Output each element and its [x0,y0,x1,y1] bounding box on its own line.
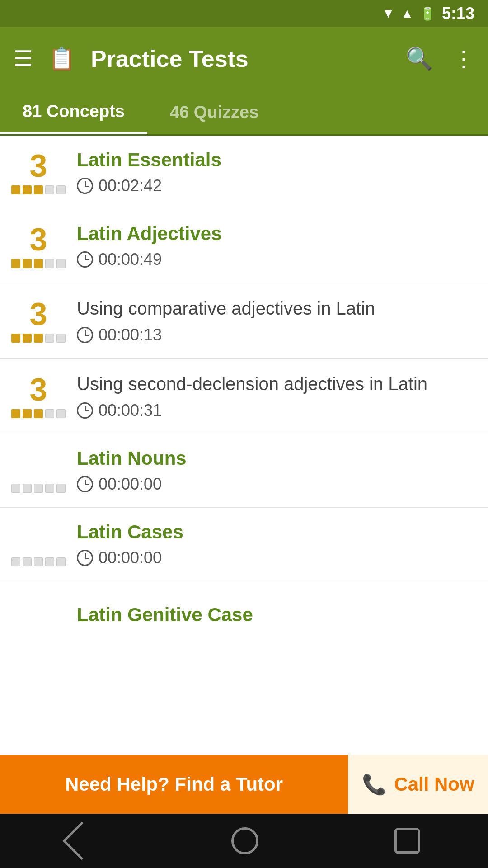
score-bars [11,484,66,493]
time-value: 00:00:00 [99,475,162,494]
bar [45,259,54,268]
bar [56,259,66,268]
bar [45,484,54,493]
score-block: 0 [9,448,68,493]
time-value: 00:00:00 [99,548,162,567]
bar [34,484,43,493]
clock-icon [77,178,93,194]
score-bars [11,259,66,268]
score-number: 3 [30,150,47,182]
tab-quizzes-label: 46 Quizzes [170,103,258,122]
bar [56,409,66,418]
item-title: Latin Genitive Case [77,604,479,626]
score-block: 3 [9,150,68,194]
clock-icon [77,327,93,343]
score-block: 0 [9,522,68,566]
doc-icon: 📋 [48,46,75,71]
tab-quizzes[interactable]: 46 Quizzes [147,90,281,134]
bar [34,334,43,343]
item-details: Latin Cases 00:00:00 [68,521,479,567]
score-block: 3 [9,374,68,418]
item-time: 00:00:00 [77,475,479,494]
item-details: Using second-declension adjectives in La… [68,372,479,420]
home-button[interactable] [231,827,258,854]
bar [11,484,20,493]
score-bars [11,334,66,343]
time-value: 00:00:13 [99,326,162,344]
more-button[interactable]: ⋮ [453,46,474,71]
score-block: 3 [9,298,68,343]
time-value: 00:00:49 [99,250,162,269]
find-tutor-label: Need Help? Find a Tutor [65,774,283,795]
bottom-bar: Need Help? Find a Tutor 📞 Call Now [0,755,488,814]
list-item[interactable]: 3 Latin Adjectives 00:00:49 [0,209,488,283]
bar [34,185,43,194]
bar [23,334,32,343]
item-details: Using comparative adjectives in Latin 00… [68,297,479,344]
score-number: 3 [30,374,47,406]
wifi-icon: ▼ [382,6,395,21]
bar [34,557,43,566]
item-time: 00:00:49 [77,250,479,269]
call-now-button[interactable]: 📞 Call Now [348,755,488,814]
item-title: Using comparative adjectives in Latin [77,297,479,320]
item-details: Latin Essentials 00:02:42 [68,149,479,195]
list-item[interactable]: 0 Latin Cases 00:00:00 [0,508,488,581]
item-title: Latin Essentials [77,149,479,171]
list-item[interactable]: 3 Latin Essentials 00:02:42 [0,136,488,209]
nav-bar [0,814,488,868]
search-button[interactable]: 🔍 [406,46,433,71]
bar [56,185,66,194]
score-block: 3 [9,224,68,268]
list-item[interactable]: 0 Latin Nouns 00:00:00 [0,434,488,508]
bar [56,484,66,493]
status-icons: ▼ ▲ 🔋 5:13 [382,4,475,23]
list-item[interactable]: Latin Genitive Case [0,581,488,654]
tab-concepts[interactable]: 81 Concepts [0,90,147,134]
call-now-label: Call Now [394,774,474,795]
item-time: 00:00:00 [77,548,479,567]
bar [11,259,20,268]
bar [45,557,54,566]
item-title: Latin Adjectives [77,223,479,245]
battery-icon: 🔋 [420,6,436,21]
status-time: 5:13 [442,4,474,23]
app-bar: ☰ 📋 Practice Tests 🔍 ⋮ [0,27,488,90]
bar [45,409,54,418]
clock-icon [77,251,93,268]
clock-icon [77,550,93,566]
bar [23,557,32,566]
item-time: 00:00:31 [77,401,479,420]
page-title: Practice Tests [91,45,395,72]
back-button[interactable] [62,822,101,860]
score-bars [11,185,66,194]
item-details: Latin Genitive Case [68,604,479,631]
list-item[interactable]: 3 Using comparative adjectives in Latin … [0,283,488,359]
score-number: 3 [30,298,47,330]
bar [11,334,20,343]
menu-button[interactable]: ☰ [14,48,33,70]
item-title: Latin Cases [77,521,479,543]
status-bar: ▼ ▲ 🔋 5:13 [0,0,488,27]
item-title: Using second-declension adjectives in La… [77,372,479,396]
bar [23,409,32,418]
time-value: 00:00:31 [99,401,162,420]
bar [56,557,66,566]
tab-concepts-label: 81 Concepts [23,102,125,121]
phone-icon: 📞 [362,773,387,796]
list-item[interactable]: 3 Using second-declension adjectives in … [0,359,488,434]
item-time: 00:02:42 [77,176,479,195]
item-details: Latin Nouns 00:00:00 [68,448,479,494]
recents-button[interactable] [394,828,420,854]
bar [34,259,43,268]
signal-icon: ▲ [401,6,413,21]
time-value: 00:02:42 [99,176,162,195]
item-title: Latin Nouns [77,448,479,469]
bar [34,409,43,418]
score-number: 3 [30,224,47,255]
item-details: Latin Adjectives 00:00:49 [68,223,479,269]
bar [45,185,54,194]
item-time: 00:00:13 [77,326,479,344]
clock-icon [77,402,93,419]
find-tutor-button[interactable]: Need Help? Find a Tutor [0,755,348,814]
